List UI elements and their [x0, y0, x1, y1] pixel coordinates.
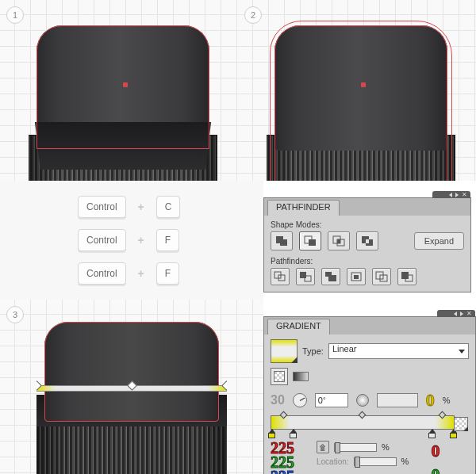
percent-label: %	[401, 457, 409, 466]
r-zero: 0	[431, 441, 440, 461]
step-badge-1: 1	[6, 6, 24, 24]
shapemode-minus-front-button[interactable]	[299, 231, 321, 250]
svg-rect-12	[300, 272, 306, 278]
swatch-menu-icon[interactable]	[291, 357, 298, 363]
collapse-left-icon[interactable]	[449, 193, 452, 197]
opacity-slider[interactable]	[334, 443, 377, 452]
plus-icon: +	[134, 266, 148, 281]
gradient-type-dropdown[interactable]: Linear	[328, 343, 469, 359]
plus-icon: +	[134, 200, 148, 214]
pathfinder-panel: ✕ PATHFINDER Shape Modes: Expand Pathfin…	[263, 197, 471, 292]
pathfinder-divide-button[interactable]	[271, 268, 290, 285]
gradient-stop[interactable]	[290, 429, 297, 438]
exclude-icon	[360, 235, 374, 247]
tab-pathfinder[interactable]: PATHFINDER	[267, 200, 340, 216]
collapse-left-icon[interactable]	[454, 312, 457, 316]
gradient-fill-swatch[interactable]	[271, 339, 298, 363]
keyboard-shortcuts-panel: Control + C Control + F Control + F	[0, 181, 263, 300]
outline-icon	[374, 270, 389, 283]
pathfinder-trim-button[interactable]	[296, 268, 315, 285]
svg-rect-1	[280, 239, 287, 246]
gradient-stop[interactable]	[428, 429, 436, 438]
stop-color-swatch[interactable]	[454, 417, 468, 431]
midpoint-diamond-icon[interactable]	[279, 411, 287, 419]
key-control: Control	[78, 229, 126, 251]
expand-button[interactable]: Expand	[414, 232, 464, 250]
pathfinder-merge-button[interactable]	[321, 268, 340, 285]
anchor-center-icon	[361, 82, 366, 87]
key-control: Control	[78, 262, 126, 285]
shape-modes-label: Shape Modes:	[271, 220, 464, 229]
panel-flyout-bar[interactable]: ✕	[437, 310, 475, 317]
gradient-panel: ✕ GRADIENT Type: Linear 30	[263, 316, 476, 474]
location-slider[interactable]	[354, 457, 397, 466]
anchor-center-icon	[123, 82, 128, 87]
selection-outline-inner	[274, 25, 447, 181]
merge-icon	[324, 270, 338, 283]
delete-stop-button[interactable]: 🗑	[317, 441, 329, 453]
svg-rect-3	[309, 239, 316, 246]
key-control: Control	[78, 196, 126, 218]
svg-rect-6	[337, 239, 340, 243]
key-letter: F	[156, 262, 179, 285]
intersect-icon	[332, 235, 346, 247]
step-badge-2: 2	[244, 6, 262, 24]
shapemode-exclude-button[interactable]	[356, 231, 378, 250]
percent-label: %	[382, 442, 390, 452]
close-icon[interactable]: ✕	[466, 311, 472, 317]
divide-icon	[273, 270, 287, 283]
panel-tabbar: GRADIENT	[264, 317, 475, 334]
g-zero: 0	[431, 464, 440, 474]
location-label: Location:	[317, 457, 349, 466]
gradient-stop[interactable]	[268, 429, 275, 438]
plus-icon: +	[134, 233, 148, 247]
midpoint-diamond-icon[interactable]	[438, 411, 446, 419]
step-number: 1	[13, 10, 17, 20]
collapse-right-icon[interactable]	[460, 312, 463, 316]
tab-gradient[interactable]: GRADIENT	[267, 319, 330, 334]
midpoint-diamond-icon[interactable]	[359, 411, 367, 419]
percent-label: %	[443, 396, 451, 405]
svg-rect-9	[366, 239, 369, 243]
step-number: 3	[13, 310, 17, 319]
lens-illustration-3	[36, 311, 227, 474]
gradient-ramp[interactable]	[271, 415, 455, 430]
shapemode-intersect-button[interactable]	[328, 231, 350, 250]
panel-flyout-bar[interactable]: ✕	[432, 191, 470, 198]
angle-input[interactable]: 0°	[315, 393, 348, 407]
aspect-ratio-input[interactable]	[377, 393, 418, 407]
trim-icon	[298, 270, 313, 283]
panel-tabbar: PATHFINDER	[264, 198, 470, 216]
opacity-highlight: 0	[426, 390, 435, 411]
shapemode-unite-button[interactable]	[271, 231, 293, 250]
step-2-canvas: 2	[238, 0, 476, 181]
pathfinder-outline-button[interactable]	[372, 268, 391, 285]
step-badge-3: 3	[6, 306, 24, 323]
b-value: 225	[271, 469, 294, 474]
rgb-225-column: 225 225 225	[271, 441, 294, 474]
selection-outline	[44, 322, 219, 422]
angle-display: 30	[271, 393, 285, 407]
rgb-0-column: 0 0 0	[431, 441, 440, 474]
collapse-right-icon[interactable]	[455, 193, 459, 197]
pathfinder-minus-back-button[interactable]	[397, 268, 416, 285]
unite-icon	[274, 235, 289, 247]
close-icon[interactable]: ✕	[462, 192, 467, 198]
minus-front-icon	[303, 235, 317, 247]
shortcut-row: Control + C	[78, 196, 263, 218]
pathfinders-label: Pathfinders:	[271, 257, 464, 266]
step-1-canvas: 1	[0, 0, 238, 181]
key-letter: F	[156, 229, 179, 251]
angle-dial-icon[interactable]	[293, 393, 307, 407]
shortcut-row: Control + F	[78, 229, 263, 251]
type-label: Type:	[302, 346, 324, 356]
crop-icon	[349, 270, 363, 283]
stroke-gradient-swatch[interactable]	[271, 368, 288, 385]
pathfinder-crop-button[interactable]	[347, 268, 366, 285]
reverse-gradient-button[interactable]	[293, 372, 309, 381]
minus-back-icon	[400, 270, 414, 283]
shortcut-row: Control + F	[78, 262, 263, 285]
lens-illustration-2	[267, 3, 455, 181]
step-3-canvas: 3	[0, 300, 263, 474]
aspect-ratio-icon[interactable]	[356, 394, 369, 407]
